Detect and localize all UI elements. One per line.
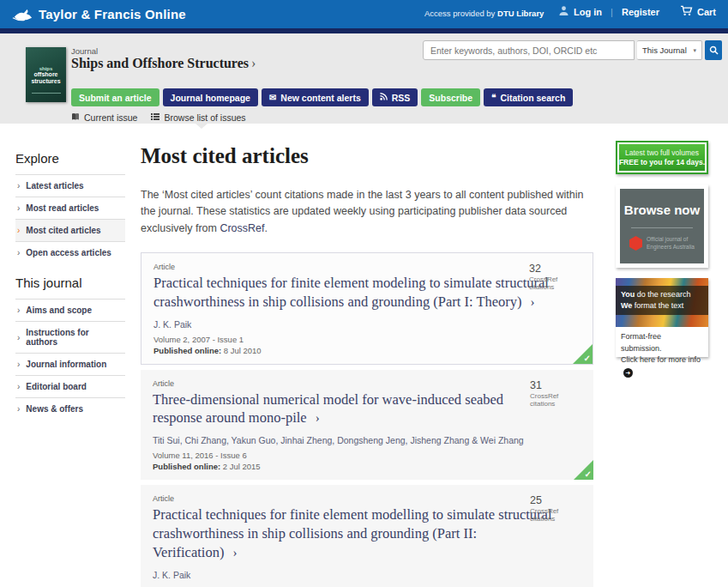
main-content: Most cited articles The ‘Most cited arti… [141,144,593,587]
crossref-link[interactable]: CrossRef [220,222,264,234]
envelope-icon: ✉ [269,94,276,102]
chevron-right-icon: › [316,411,320,425]
article-title-link[interactable]: Practical techniques for finite element … [153,274,557,312]
citation-count-label: CrossRef citations [530,507,583,523]
quote-icon: ❝ [491,94,496,102]
check-icon: ✓ [584,354,591,363]
search-submit-button[interactable] [705,40,722,60]
citation-count-block: 31 CrossRef citations [530,379,583,408]
new-content-alerts-button[interactable]: ✉ New content alerts [262,88,369,106]
chevron-right-icon: › [251,56,256,70]
chevron-right-icon: › [17,203,20,213]
format-free-banner[interactable]: You do the research We format the text F… [616,278,708,357]
explore-heading: Explore [15,151,125,166]
journal-homepage-button[interactable]: Journal homepage [163,88,258,106]
article-volume-issue[interactable]: Volume 11, 2016 - Issue 6 [153,451,581,460]
sidebar-item-aims-and-scope[interactable]: › Aims and scope [15,299,125,321]
article-title-link[interactable]: Three-dimensional numerical model for wa… [153,390,556,428]
browse-issues-link[interactable]: Browse list of issues [151,112,245,123]
subscribe-button[interactable]: Subscribe [421,88,480,106]
rss-button[interactable]: RSS [372,88,418,106]
register-link[interactable]: Register [622,7,659,17]
article-authors: J. K. Paik [153,570,581,580]
chevron-right-icon: › [17,360,20,369]
article-title-link[interactable]: Practical techniques for finite element … [153,505,556,561]
citation-count-label: CrossRef citations [529,275,582,291]
article-type-label: Article [153,494,581,503]
browse-now-label: Browse now [624,203,700,217]
arrow-circle-icon: ➜ [623,368,633,378]
chevron-right-icon: › [17,181,20,191]
library-name[interactable]: DTU Library [497,9,544,18]
chevron-right-icon: › [17,226,20,235]
cart-link[interactable]: Cart [680,5,716,18]
check-icon: ✓ [585,469,592,479]
taylor-francis-logo[interactable]: Taylor & Francis Online [12,7,186,21]
page-description: The ‘Most cited articles’ count citation… [141,187,593,237]
browse-now-banner[interactable]: Browse now Official journal of Engineers… [616,185,708,268]
search-scope-dropdown[interactable]: This Journal ▾ [637,40,702,60]
journal-action-buttons: Submit an article Journal homepage ✉ New… [71,88,573,106]
chevron-right-icon: › [17,404,20,414]
sidebar-item-latest-articles[interactable]: › Latest articles [15,174,125,197]
sidebar: Explore › Latest articles › Most read ar… [15,151,125,420]
search-bar: This Journal ▾ [423,40,722,60]
page-title: Most cited articles [141,144,593,168]
search-input[interactable] [423,40,635,60]
right-rail: Latest two full volumes FREE to you for … [616,141,708,367]
format-free-footer: Format-free submission. Click here for m… [616,327,708,378]
chevron-right-icon: › [17,248,20,257]
citation-count-block: 25 CrossRef citations [530,494,583,523]
article-card: Article Three-dimensional numerical mode… [141,370,593,481]
format-free-banner-image: You do the research We format the text [616,278,708,327]
journal-banner: ships offshore structures Journal Ships … [0,33,728,124]
sidebar-item-editorial-board[interactable]: › Editorial board [15,375,125,397]
free-volumes-banner[interactable]: Latest two full volumes FREE to you for … [616,141,708,174]
more-info-link[interactable]: Click here for more info [621,355,701,364]
journal-title-link[interactable]: Ships and Offshore Structures› [71,56,256,71]
sidebar-item-news-offers[interactable]: › News & offers [15,397,125,420]
article-type-label: Article [153,263,581,271]
header-divider: | [611,7,613,17]
article-card: Article Practical techniques for finite … [141,252,593,365]
cart-icon [680,5,693,18]
sidebar-item-journal-information[interactable]: › Journal information [15,353,125,375]
article-type-label: Article [153,379,581,388]
site-header: Taylor & Francis Online Access provided … [0,0,728,28]
citation-count: 25 [530,494,583,506]
journal-kicker: Journal [71,46,98,56]
article-list: Article Practical techniques for finite … [141,252,593,587]
search-icon [709,43,719,58]
article-card: Article Practical techniques for finite … [141,485,593,587]
journal-cover-thumbnail[interactable]: ships offshore structures [26,47,66,102]
rss-icon [380,93,388,102]
format-free-overlay-text: You do the research We format the text [616,286,708,315]
tf-colophon-icon [12,8,33,21]
submit-article-button[interactable]: Submit an article [71,88,159,106]
sidebar-item-most-cited-articles[interactable]: › Most cited articles [15,219,125,241]
chevron-right-icon: › [17,382,20,391]
chevron-down-icon: ▾ [693,47,696,54]
citation-count: 32 [529,263,582,275]
citation-count-block: 32 CrossRef citations [529,263,582,291]
sidebar-item-most-read-articles[interactable]: › Most read articles [15,197,125,219]
chevron-right-icon: › [17,333,20,342]
citation-count-label: CrossRef citations [530,392,583,408]
banner-notch [196,124,208,129]
article-volume-issue[interactable]: Volume 2, 2007 - Issue 1 [153,335,581,344]
engineers-australia-logo [629,236,642,251]
logo-text: Taylor & Francis Online [39,7,186,21]
book-icon [71,112,80,123]
this-journal-heading: This journal [15,275,125,290]
list-icon [151,112,159,123]
chevron-right-icon: › [232,546,237,560]
sidebar-item-instructions-for-authors[interactable]: › Instructions for authors [15,321,125,353]
sidebar-item-open-access-articles[interactable]: › Open access articles [15,241,125,263]
official-journal-text: Official journal of Engineers Australia [647,236,695,250]
chevron-right-icon: › [531,295,535,309]
current-issue-link[interactable]: Current issue [71,112,137,123]
article-authors: Titi Sui, Chi Zhang, Yakun Guo, Jinhai Z… [153,435,581,445]
access-provided-by: Access provided by DTU Library [424,9,544,18]
citation-search-button[interactable]: ❝ Citation search [484,88,573,106]
login-link[interactable]: Log in [558,5,602,18]
